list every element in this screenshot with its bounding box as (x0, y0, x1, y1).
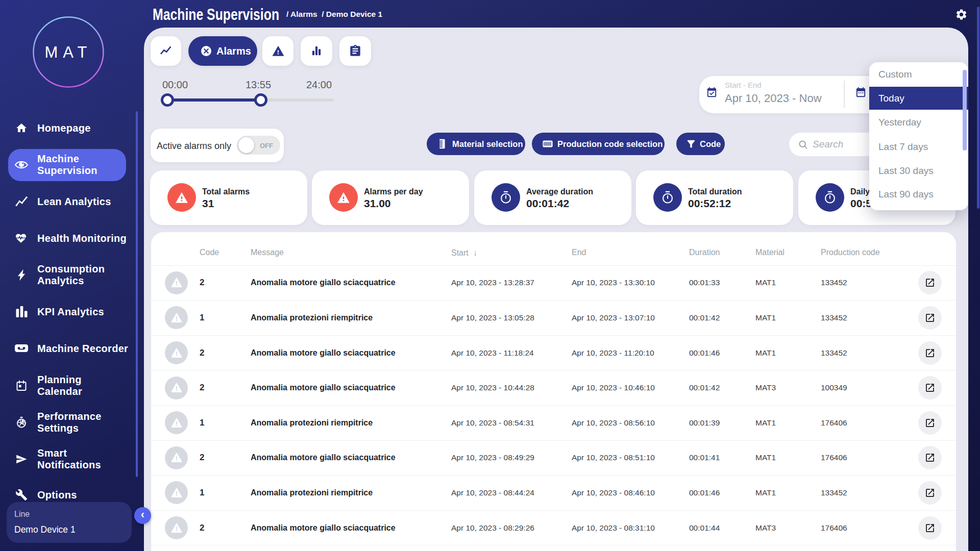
svg-text:MAT: MAT (44, 43, 92, 61)
